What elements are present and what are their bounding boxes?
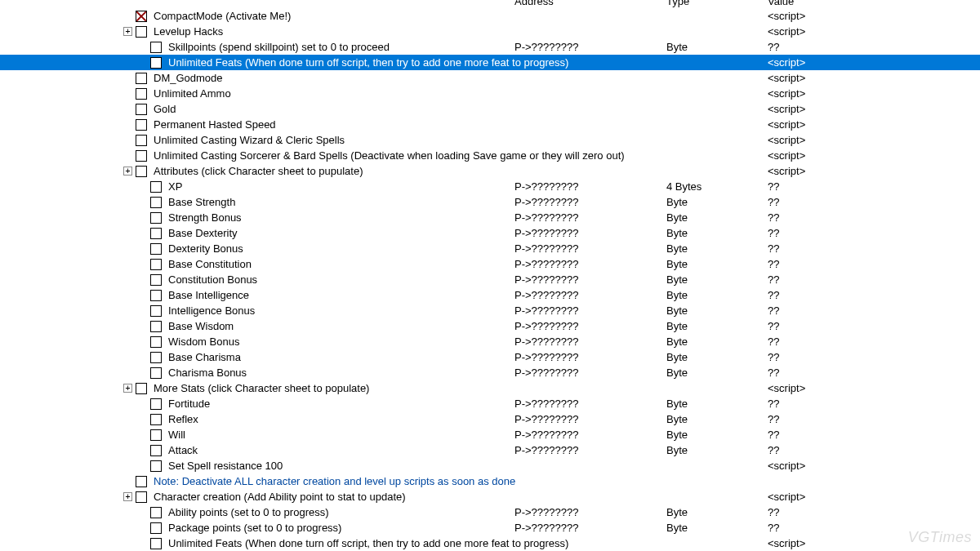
row-value[interactable]: ??: [768, 411, 915, 427]
row-value[interactable]: <script>: [768, 86, 915, 101]
table-row[interactable]: AttackP->????????Byte??: [0, 442, 980, 458]
row-value[interactable]: ??: [768, 39, 915, 55]
row-description[interactable]: Base Charisma: [162, 349, 514, 365]
row-type[interactable]: Byte: [666, 225, 768, 241]
row-description[interactable]: Base Dexterity: [162, 225, 514, 241]
row-type[interactable]: Byte: [666, 334, 768, 349]
row-address[interactable]: P->????????: [514, 39, 666, 55]
row-checkbox[interactable]: [136, 104, 147, 115]
table-row[interactable]: Gold<script>: [0, 101, 980, 117]
table-row[interactable]: Set Spell resistance 100<script>: [0, 458, 980, 473]
row-type[interactable]: Byte: [666, 411, 768, 427]
row-type[interactable]: Byte: [666, 520, 768, 535]
row-value[interactable]: ??: [768, 442, 915, 458]
row-type[interactable]: Byte: [666, 256, 768, 272]
row-address[interactable]: P->????????: [514, 396, 666, 411]
row-address[interactable]: P->????????: [514, 287, 666, 303]
row-description[interactable]: More Stats (click Character sheet to pop…: [147, 380, 514, 396]
row-description[interactable]: Unlimited Feats (When done turn off scri…: [162, 55, 768, 70]
row-value[interactable]: ??: [768, 287, 915, 303]
row-value[interactable]: <script>: [768, 132, 915, 148]
row-checkbox[interactable]: [150, 352, 162, 363]
row-type[interactable]: Byte: [666, 365, 768, 380]
row-address[interactable]: P->????????: [514, 272, 666, 287]
row-description[interactable]: Charisma Bonus: [162, 365, 514, 380]
header-address[interactable]: Address: [514, 0, 666, 8]
table-row[interactable]: Note: Deactivate ALL character creation …: [0, 473, 980, 489]
row-type[interactable]: Byte: [666, 210, 768, 225]
row-type[interactable]: Byte: [666, 241, 768, 256]
row-value[interactable]: <script>: [768, 148, 915, 163]
row-address[interactable]: P->????????: [514, 318, 666, 334]
row-checkbox[interactable]: [150, 460, 162, 472]
table-row[interactable]: CompactMode (Activate Me!)<script>: [0, 8, 980, 24]
row-description[interactable]: Attributes (click Character sheet to pup…: [147, 163, 514, 179]
header-value[interactable]: Value: [768, 0, 915, 8]
row-description[interactable]: Will: [162, 427, 514, 442]
row-type[interactable]: 4 Bytes: [666, 179, 768, 194]
row-value[interactable]: ??: [768, 396, 915, 411]
row-description[interactable]: Note: Deactivate ALL character creation …: [147, 473, 768, 489]
row-description[interactable]: Skillpoints (spend skillpoint) set to 0 …: [162, 39, 514, 55]
row-type[interactable]: Byte: [666, 318, 768, 334]
row-value[interactable]: <script>: [768, 489, 915, 504]
row-checkbox[interactable]: [150, 197, 162, 208]
row-type[interactable]: Byte: [666, 504, 768, 520]
table-row[interactable]: FortitudeP->????????Byte??: [0, 396, 980, 411]
row-description[interactable]: Unlimited Feats (When done turn off scri…: [162, 535, 768, 551]
row-value[interactable]: ??: [768, 504, 915, 520]
expand-icon[interactable]: +: [123, 167, 132, 176]
table-row[interactable]: Dexterity BonusP->????????Byte??: [0, 241, 980, 256]
table-row[interactable]: Unlimited Feats (When done turn off scri…: [0, 535, 980, 551]
row-value[interactable]: ??: [768, 256, 915, 272]
row-checkbox[interactable]: [150, 212, 162, 224]
row-address[interactable]: P->????????: [514, 241, 666, 256]
row-type[interactable]: Byte: [666, 272, 768, 287]
row-checkbox[interactable]: [136, 73, 147, 84]
table-row[interactable]: XPP->????????4 Bytes??: [0, 179, 980, 194]
table-row[interactable]: Base StrengthP->????????Byte??: [0, 194, 980, 210]
row-value[interactable]: <script>: [768, 24, 915, 39]
row-description[interactable]: Permanent Hasted Speed: [147, 117, 514, 132]
row-value[interactable]: ??: [768, 318, 915, 334]
row-description[interactable]: Ability points (set to 0 to progress): [162, 504, 514, 520]
table-row[interactable]: Wisdom BonusP->????????Byte??: [0, 334, 980, 349]
row-checkbox[interactable]: [150, 181, 162, 193]
expand-icon[interactable]: +: [123, 27, 132, 36]
row-description[interactable]: XP: [162, 179, 514, 194]
row-description[interactable]: Gold: [147, 101, 514, 117]
row-value[interactable]: ??: [768, 194, 915, 210]
row-description[interactable]: Levelup Hacks: [147, 24, 514, 39]
row-address[interactable]: P->????????: [514, 194, 666, 210]
row-description[interactable]: Base Constitution: [162, 256, 514, 272]
table-row[interactable]: ReflexP->????????Byte??: [0, 411, 980, 427]
row-value[interactable]: <script>: [768, 380, 915, 396]
row-type[interactable]: Byte: [666, 194, 768, 210]
table-row[interactable]: Unlimited Feats (When done turn off scri…: [0, 55, 980, 70]
row-checkbox[interactable]: [136, 88, 147, 100]
row-type[interactable]: Byte: [666, 39, 768, 55]
table-row[interactable]: +Character creation (Add Ability point t…: [0, 489, 980, 504]
row-value[interactable]: ??: [768, 303, 915, 318]
row-checkbox[interactable]: [150, 305, 162, 317]
row-checkbox[interactable]: [150, 507, 162, 518]
cheat-table[interactable]: Address Type Value CompactMode (Activate…: [0, 0, 980, 551]
row-checkbox[interactable]: [150, 367, 162, 379]
row-value[interactable]: <script>: [768, 117, 915, 132]
row-address[interactable]: P->????????: [514, 365, 666, 380]
table-row[interactable]: DM_Godmode<script>: [0, 70, 980, 86]
table-row[interactable]: Base ConstitutionP->????????Byte??: [0, 256, 980, 272]
row-description[interactable]: Base Wisdom: [162, 318, 514, 334]
row-description[interactable]: Strength Bonus: [162, 210, 514, 225]
row-value[interactable]: <script>: [768, 70, 915, 86]
row-checkbox[interactable]: [150, 243, 162, 255]
row-checkbox[interactable]: [136, 476, 147, 487]
row-description[interactable]: Unlimited Casting Sorcerer & Bard Spells…: [147, 148, 768, 163]
row-type[interactable]: Byte: [666, 303, 768, 318]
row-value[interactable]: ??: [768, 349, 915, 365]
row-address[interactable]: P->????????: [514, 225, 666, 241]
table-row[interactable]: Ability points (set to 0 to progress)P->…: [0, 504, 980, 520]
row-value[interactable]: <script>: [768, 8, 915, 24]
table-row[interactable]: Base CharismaP->????????Byte??: [0, 349, 980, 365]
row-description[interactable]: Fortitude: [162, 396, 514, 411]
